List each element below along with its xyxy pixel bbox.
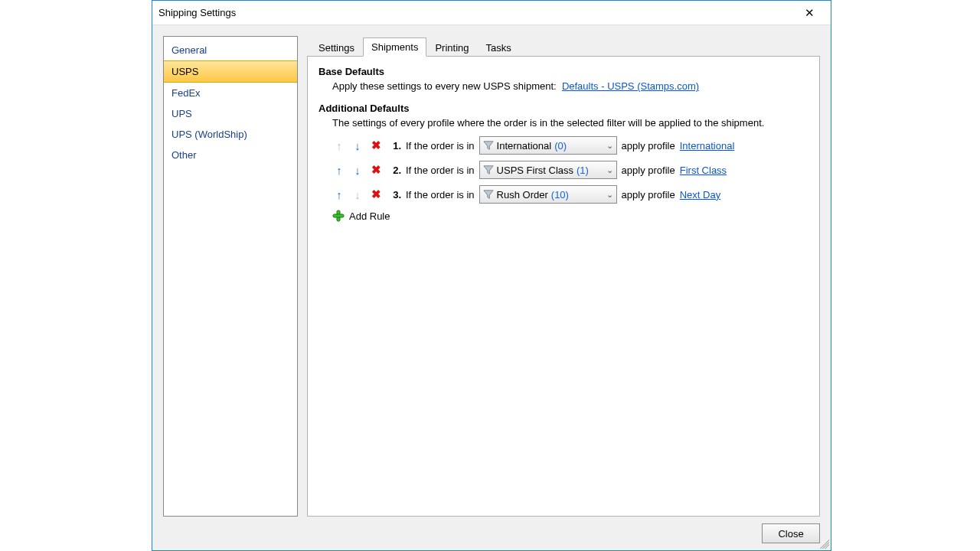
rule-prefix: If the order is in	[406, 165, 475, 176]
profile-link[interactable]: International	[680, 140, 735, 152]
rule-row: ↑ ↓ ✖ 1. If the order is in Internationa…	[332, 136, 808, 155]
filter-name: USPS First Class	[497, 165, 573, 176]
filter-count: (0)	[554, 140, 567, 152]
sidebar-item-ups-worldship[interactable]: UPS (WorldShip)	[164, 124, 297, 145]
tab-settings[interactable]: Settings	[310, 38, 363, 57]
chevron-down-icon: ⌄	[606, 141, 613, 151]
close-icon[interactable]: ✕	[794, 2, 825, 24]
tab-strip: Settings Shipments Printing Tasks	[307, 36, 820, 56]
filter-count: (1)	[577, 165, 589, 176]
rules-list: ↑ ↓ ✖ 1. If the order is in Internationa…	[332, 136, 808, 222]
profile-link[interactable]: Next Day	[680, 189, 720, 201]
funnel-icon	[483, 165, 494, 175]
svg-rect-1	[333, 214, 344, 217]
move-down-icon[interactable]: ↓	[351, 139, 364, 152]
dialog-footer: Close	[152, 517, 831, 550]
rule-middle: apply profile	[622, 140, 675, 152]
rule-prefix: If the order is in	[406, 140, 475, 152]
filter-combo[interactable]: International (0) ⌄	[479, 136, 617, 155]
chevron-down-icon: ⌄	[606, 165, 613, 175]
base-defaults-text: Apply these settings to every new USPS s…	[332, 80, 557, 92]
move-up-icon[interactable]: ↑	[332, 163, 346, 177]
move-down-icon: ↓	[351, 187, 364, 201]
rule-number: 3.	[387, 189, 401, 201]
chevron-down-icon: ⌄	[606, 190, 613, 200]
funnel-icon	[483, 140, 494, 151]
add-rule-button[interactable]: Add Rule	[332, 210, 808, 222]
resize-grip-icon[interactable]	[820, 540, 829, 549]
rule-row: ↑ ↓ ✖ 3. If the order is in Rush Order (…	[332, 185, 808, 204]
shipping-settings-dialog: Shipping Settings ✕ General USPS FedEx U…	[152, 0, 831, 551]
rule-number: 1.	[387, 140, 401, 152]
move-up-icon[interactable]: ↑	[332, 187, 346, 201]
move-down-icon[interactable]: ↓	[351, 163, 364, 177]
additional-defaults-text: The settings of every profile where the …	[332, 117, 808, 129]
filter-combo[interactable]: USPS First Class (1) ⌄	[479, 161, 617, 179]
filter-name: Rush Order	[497, 189, 548, 201]
filter-count: (10)	[551, 189, 569, 201]
sidebar-item-fedex[interactable]: FedEx	[164, 83, 297, 103]
rule-row: ↑ ↓ ✖ 2. If the order is in USPS First C…	[332, 161, 808, 179]
close-button[interactable]: Close	[762, 523, 820, 543]
plus-icon	[332, 210, 345, 222]
tab-printing[interactable]: Printing	[426, 38, 477, 57]
rule-middle: apply profile	[622, 189, 675, 201]
additional-defaults-title: Additional Defaults	[318, 103, 808, 114]
base-defaults-row: Apply these settings to every new USPS s…	[332, 80, 808, 92]
move-up-icon: ↑	[332, 139, 346, 152]
base-defaults-title: Base Defaults	[318, 66, 808, 77]
delete-icon[interactable]: ✖	[369, 139, 383, 152]
base-defaults-link[interactable]: Defaults - USPS (Stamps.com)	[562, 80, 699, 92]
dialog-body: General USPS FedEx UPS UPS (WorldShip) O…	[152, 25, 831, 517]
tab-tasks[interactable]: Tasks	[477, 38, 519, 57]
sidebar-item-ups[interactable]: UPS	[164, 103, 297, 124]
titlebar: Shipping Settings ✕	[152, 1, 831, 25]
delete-icon[interactable]: ✖	[369, 187, 383, 201]
filter-combo[interactable]: Rush Order (10) ⌄	[479, 185, 617, 204]
profile-link[interactable]: First Class	[680, 165, 727, 176]
rule-number: 2.	[387, 165, 401, 176]
sidebar: General USPS FedEx UPS UPS (WorldShip) O…	[163, 36, 298, 517]
sidebar-item-other[interactable]: Other	[164, 145, 297, 165]
filter-name: International	[497, 140, 552, 152]
rule-prefix: If the order is in	[406, 189, 475, 201]
delete-icon[interactable]: ✖	[369, 163, 383, 177]
tab-panel-shipments: Base Defaults Apply these settings to ev…	[307, 56, 820, 517]
main-panel: Settings Shipments Printing Tasks Base D…	[307, 36, 820, 517]
rule-middle: apply profile	[622, 165, 675, 176]
sidebar-item-usps[interactable]: USPS	[164, 60, 297, 83]
tab-shipments[interactable]: Shipments	[363, 37, 426, 57]
window-title: Shipping Settings	[158, 7, 794, 18]
add-rule-label: Add Rule	[349, 210, 390, 222]
funnel-icon	[483, 189, 494, 200]
sidebar-item-general[interactable]: General	[164, 40, 297, 60]
